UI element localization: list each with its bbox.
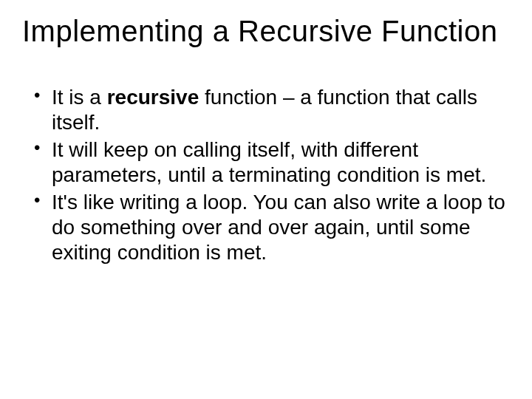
slide-title: Implementing a Recursive Function xyxy=(22,15,510,48)
bullet-list: It is a recursive function – a function … xyxy=(22,85,510,265)
bullet-text-bold: recursive xyxy=(107,86,200,109)
bullet-text-pre: It is a xyxy=(52,86,107,109)
bullet-text-pre: It's like writing a loop. You can also w… xyxy=(52,191,505,263)
bullet-text-pre: It will keep on calling itself, with dif… xyxy=(52,138,486,186)
list-item: It will keep on calling itself, with dif… xyxy=(34,137,510,187)
list-item: It is a recursive function – a function … xyxy=(34,85,510,134)
list-item: It's like writing a loop. You can also w… xyxy=(34,190,510,265)
